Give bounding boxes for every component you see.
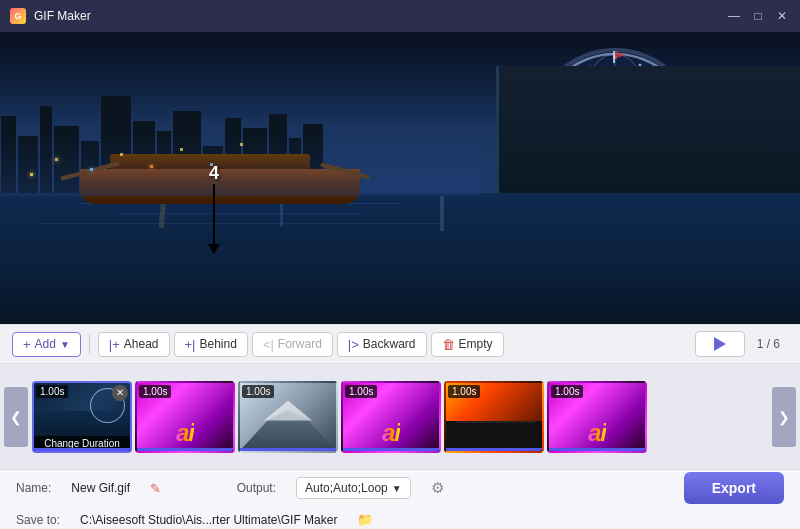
app-icon: G [10,8,26,24]
progress-bar-1 [34,448,130,451]
output-dropdown-icon: ▼ [392,483,402,494]
duration-badge-4: 1.00s [345,385,377,398]
duration-badge-1: 1.00s [36,385,68,398]
thumb-ai-text-6: ai [588,419,606,447]
filmstrip: ❮ 1.00s ✕ Change Duration 1.00s ai [0,364,800,469]
trash-icon: 🗑 [442,337,455,352]
maximize-button[interactable]: □ [750,8,766,24]
export-button[interactable]: Export [684,472,784,504]
annotation: 4 [208,163,220,254]
dropdown-arrow-icon: ▼ [60,339,70,350]
filmstrip-item-3[interactable]: 1.00s [238,381,338,453]
filmstrip-item-1[interactable]: 1.00s ✕ Change Duration [32,381,132,453]
play-icon [714,337,726,351]
preview-scene: 4 [0,32,800,324]
water-body [0,193,800,324]
progress-bar-4 [343,448,439,451]
annotation-arrow [208,244,220,254]
behind-icon: +| [185,337,196,352]
output-selector[interactable]: Auto;Auto;Loop ▼ [296,477,411,499]
ahead-icon: |+ [109,337,120,352]
add-button[interactable]: + Add ▼ [12,332,81,357]
filmstrip-nav-left[interactable]: ❮ [4,387,28,447]
annotation-line [213,184,215,244]
behind-button[interactable]: +| Behind [174,332,248,357]
duration-badge-3: 1.00s [242,385,274,398]
info-row-1: Name: New Gif.gif ✎ Output: Auto;Auto;Lo… [16,472,784,504]
close-button[interactable]: ✕ [774,8,790,24]
title-bar: G GIF Maker — □ ✕ [0,0,800,32]
svg-rect-15 [613,51,615,63]
toolbar: + Add ▼ |+ Ahead +| Behind <| Forward |>… [0,324,800,364]
filmstrip-item-5[interactable]: 1.00s [444,381,544,453]
behind-label: Behind [200,337,237,351]
annotation-number: 4 [209,163,219,184]
empty-label: Empty [459,337,493,351]
play-button[interactable] [695,331,745,357]
duration-badge-5: 1.00s [448,385,480,398]
filmstrip-item-6[interactable]: 1.00s ai [547,381,647,453]
progress-bar-3 [240,448,336,451]
minimize-button[interactable]: — [726,8,742,24]
folder-icon[interactable]: 📁 [357,512,373,527]
progress-bar-6 [549,448,645,451]
window-title: GIF Maker [34,9,726,23]
city-lights-overlay [0,136,480,196]
info-bar: Name: New Gif.gif ✎ Output: Auto;Auto;Lo… [0,469,800,529]
add-icon: + [23,337,31,352]
progress-bar-5 [446,448,542,451]
page-indicator: 1 / 6 [749,337,788,351]
output-value: Auto;Auto;Loop [305,481,388,495]
forward-label: Forward [278,337,322,351]
info-row-2: Save to: C:\Aiseesoft Studio\Ais...rter … [16,512,784,527]
duration-badge-6: 1.00s [551,385,583,398]
add-label: Add [35,337,56,351]
preview-area: 4 [0,32,800,324]
output-label: Output: [237,481,276,495]
dock-structure [496,66,800,196]
progress-bar-2 [137,448,233,451]
toolbar-divider-1 [89,334,90,354]
ahead-button[interactable]: |+ Ahead [98,332,170,357]
filmstrip-nav-right[interactable]: ❯ [772,387,796,447]
edit-name-icon[interactable]: ✎ [150,481,161,496]
window-controls: — □ ✕ [726,8,790,24]
backward-label: Backward [363,337,416,351]
backward-button[interactable]: |> Backward [337,332,427,357]
name-label: Name: [16,481,51,495]
backward-icon: |> [348,337,359,352]
forward-button[interactable]: <| Forward [252,332,333,357]
thumb-ai-text-4: ai [382,419,400,447]
save-to-value: C:\Aiseesoft Studio\Ais...rter Ultimate\… [80,513,337,527]
ahead-label: Ahead [124,337,159,351]
main-container: 4 + Add ▼ |+ Ahead +| Behind <| Forward [0,32,800,529]
filmstrip-item-2[interactable]: 1.00s ai [135,381,235,453]
close-btn-1[interactable]: ✕ [112,385,128,401]
save-to-label: Save to: [16,513,60,527]
thumb-ai-text-2: ai [176,419,194,447]
duration-badge-2: 1.00s [139,385,171,398]
empty-button[interactable]: 🗑 Empty [431,332,504,357]
name-value: New Gif.gif [71,481,130,495]
filmstrip-items: 1.00s ✕ Change Duration 1.00s ai 1.00s [28,381,772,453]
gear-icon[interactable]: ⚙ [431,479,444,497]
filmstrip-item-4[interactable]: 1.00s ai [341,381,441,453]
forward-icon: <| [263,337,274,352]
